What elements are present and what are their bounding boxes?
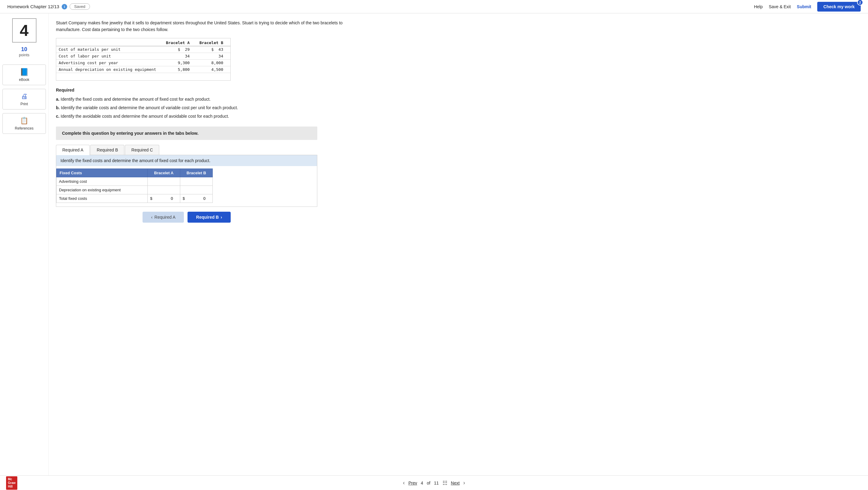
total-row: Total fixed costs $ $ (57, 194, 213, 203)
required-section: Required a. Identify the fixed costs and… (56, 88, 858, 120)
prev-tab-button[interactable]: ‹ Required A (143, 212, 184, 223)
main-container: 4 10 points 📘 eBook 🖨 Print 📋 References (0, 13, 868, 475)
next-chevron-icon: › (221, 215, 222, 220)
tab-required-c[interactable]: Required C (125, 145, 159, 155)
tabs: Required A Required B Required C (56, 145, 317, 155)
total-label: Total fixed costs (57, 194, 148, 203)
next-label[interactable]: Next (451, 481, 460, 485)
grid-icon[interactable]: ☷ (442, 480, 447, 486)
points-value: 10 (19, 46, 29, 53)
data-table-wrapper: Bracelet A Bracelet B Cost of materials … (56, 38, 231, 81)
advertising-cost-bracelet-a[interactable] (148, 177, 180, 185)
prev-label[interactable]: Prev (408, 481, 417, 485)
mcgraw-hill-logo: Mc Graw Hill (6, 476, 17, 490)
depreciation-label: Depreciation on existing equipment (57, 185, 148, 194)
cost-data-table: Bracelet A Bracelet B Cost of materials … (56, 39, 230, 73)
table-row: Advertising cost per year 9,300 8,000 (56, 59, 230, 66)
table-row: Depreciation on existing equipment (57, 185, 213, 194)
col-header-label (56, 39, 163, 46)
points-label: points (19, 53, 29, 57)
ebook-button[interactable]: 📘 eBook (2, 64, 46, 85)
question-number-box: 4 (12, 18, 36, 42)
prev-chevron-icon: ‹ (151, 215, 153, 220)
print-icon: 🖨 (20, 92, 29, 101)
header: Homework Chapter 12/13 i Saved Help Save… (0, 0, 868, 13)
info-icon[interactable]: i (62, 4, 67, 9)
input-advertising-b[interactable] (183, 178, 210, 184)
header-left: Homework Chapter 12/13 i Saved (7, 3, 90, 10)
table-row: Cost of materials per unit $ 29 $ 43 (56, 46, 230, 53)
check-my-work-button[interactable]: Check my work 2 (817, 2, 861, 11)
prev-page-button[interactable]: ‹ (403, 480, 405, 486)
bracelet-b-col-header: Bracelet B (180, 169, 213, 177)
table-row: Cost of labor per unit 34 34 (56, 53, 230, 59)
dollar-sign-a: $ (150, 196, 152, 201)
depreciation-bracelet-a[interactable] (148, 185, 180, 194)
references-button[interactable]: 📋 References (2, 113, 46, 134)
advertising-cost-label: Advertising cost (57, 177, 148, 185)
input-depreciation-a[interactable] (150, 187, 178, 193)
content-area: Stuart Company makes fine jewelry that i… (49, 13, 868, 475)
save-exit-button[interactable]: Save & Exit (769, 4, 790, 9)
fixed-costs-col-header: Fixed Costs (57, 169, 148, 177)
input-total-a[interactable] (153, 196, 174, 201)
total-bracelet-b: $ (180, 194, 213, 203)
next-page-button[interactable]: › (463, 480, 465, 486)
answer-table-wrapper: Fixed Costs Bracelet A Bracelet B Advert… (56, 166, 317, 206)
help-button[interactable]: Help (754, 4, 763, 9)
references-icon: 📋 (20, 116, 29, 125)
tab-content: Identify the fixed costs and determine t… (56, 155, 317, 207)
question-number: 4 (20, 21, 29, 39)
required-item-a: a. Identify the fixed costs and determin… (56, 95, 858, 104)
saved-badge: Saved (70, 3, 90, 10)
table-row: Advertising cost (57, 177, 213, 185)
advertising-cost-bracelet-b[interactable] (180, 177, 213, 185)
submit-button[interactable]: Submit (797, 4, 811, 9)
sidebar: 4 10 points 📘 eBook 🖨 Print 📋 References (0, 13, 49, 475)
check-work-badge: 2 (857, 0, 863, 5)
footer: Mc Graw Hill ‹ Prev 4 of 11 ☷ Next › (0, 475, 868, 490)
footer-nav: ‹ Prev 4 of 11 ☷ Next › (403, 480, 465, 486)
print-button[interactable]: 🖨 Print (2, 89, 46, 110)
bracelet-a-col-header: Bracelet A (148, 169, 180, 177)
next-tab-button[interactable]: Required B › (188, 212, 230, 223)
problem-text: Stuart Company makes fine jewelry that i… (56, 20, 348, 33)
total-pages: 11 (434, 481, 439, 485)
input-depreciation-b[interactable] (183, 187, 210, 193)
fixed-costs-table: Fixed Costs Bracelet A Bracelet B Advert… (56, 169, 213, 203)
current-page: 4 (421, 481, 423, 485)
col-header-bracelet-b: Bracelet B (197, 39, 230, 46)
required-title: Required (56, 88, 858, 92)
input-advertising-a[interactable] (150, 178, 178, 184)
header-right: Help Save & Exit Submit Check my work 2 (754, 2, 861, 11)
tab-required-a[interactable]: Required A (56, 145, 90, 155)
required-item-b: b. Identify the variable costs and deter… (56, 104, 858, 112)
required-item-c: c. Identify the avoidable costs and dete… (56, 112, 858, 120)
tab-header: Identify the fixed costs and determine t… (56, 155, 317, 166)
of-label: of (427, 481, 430, 485)
tab-required-b[interactable]: Required B (90, 145, 124, 155)
col-header-bracelet-a: Bracelet A (163, 39, 197, 46)
required-list: a. Identify the fixed costs and determin… (56, 95, 858, 120)
page-title: Homework Chapter 12/13 (7, 4, 59, 9)
total-bracelet-a: $ (148, 194, 180, 203)
input-total-b[interactable] (185, 196, 207, 201)
nav-buttons: ‹ Required A Required B › (56, 212, 317, 223)
dollar-sign-b: $ (183, 196, 185, 201)
table-row: Annual depreciation on existing equipmen… (56, 66, 230, 73)
ebook-icon: 📘 (20, 68, 29, 76)
footer-brand: Mc Graw Hill (6, 476, 17, 490)
instruction-box: Complete this question by entering your … (56, 126, 317, 140)
depreciation-bracelet-b[interactable] (180, 185, 213, 194)
